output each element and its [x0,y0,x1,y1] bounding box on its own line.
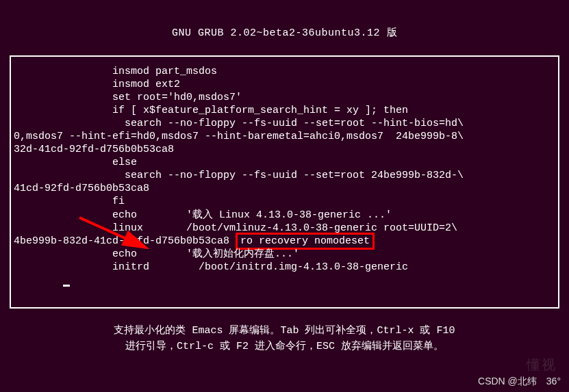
grub-line[interactable]: 4be999b-832d-41cd-92fd-d756b0b53ca8 ro r… [14,235,555,248]
grub-editor-box[interactable]: insmod part_msdos insmod ext2 set root='… [10,55,559,309]
grub-line[interactable]: if [ x$feature_platform_search_hint = xy… [14,104,555,117]
grub-line[interactable]: fi [14,195,555,208]
grub-line[interactable]: 32d-41cd-92fd-d756b0b53ca8 [14,143,555,156]
watermark-logo: 懂视 [527,356,557,374]
grub-line[interactable]: insmod part_msdos [14,65,555,78]
grub-line[interactable]: insmod ext2 [14,78,555,91]
grub-line[interactable]: 0,msdos7 --hint-efi=hd0,msdos7 --hint-ba… [14,130,555,143]
text-cursor [63,285,70,287]
grub-line[interactable] [14,274,555,287]
grub-line[interactable]: initrd /boot/initrd.img-4.13.0-38-generi… [14,261,555,274]
grub-line[interactable]: set root='hd0,msdos7' [14,91,555,104]
footer-line: 进行引导，Ctrl-c 或 F2 进入命令行，ESC 放弃编辑并返回菜单。 [21,339,548,355]
watermark-author: CSDN @北纬 36° [478,376,561,388]
grub-line[interactable]: 41cd-92fd-d756b0b53ca8 [14,182,555,195]
grub-line[interactable]: echo '载入 Linux 4.13.0-38-generic ...' [14,209,555,222]
grub-line[interactable]: else [14,156,555,169]
grub-header: GNU GRUB 2.02~beta2-36ubuntu3.12 版 [0,0,569,39]
footer-line: 支持最小化的类 Emacs 屏幕编辑。Tab 列出可补全项，Ctrl-x 或 F… [21,324,548,339]
grub-line[interactable]: search --no-floppy --fs-uuid --set=root … [14,117,555,130]
grub-line[interactable]: echo '载入初始化内存盘...' [14,248,555,261]
grub-footer-hints: 支持最小化的类 Emacs 屏幕编辑。Tab 列出可补全项，Ctrl-x 或 F… [0,324,569,354]
grub-title: GNU GRUB 2.02~beta2-36ubuntu3.12 版 [172,27,397,39]
highlighted-boot-params: ro recovery nomodeset [236,233,375,250]
grub-line[interactable]: search --no-floppy --fs-uuid --set=root … [14,169,555,182]
